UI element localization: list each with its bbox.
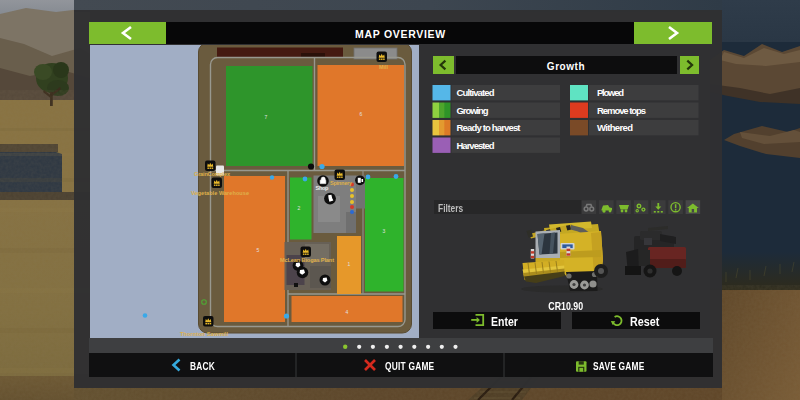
svg-text:Shop: Shop (316, 185, 330, 191)
svg-text:Harvested: Harvested (457, 140, 495, 151)
svg-text:7: 7 (265, 114, 268, 120)
svg-text:Spinnery: Spinnery (330, 180, 353, 186)
svg-text:1: 1 (348, 261, 351, 267)
svg-text:Plowed: Plowed (597, 87, 624, 98)
svg-text:Mill: Mill (379, 64, 388, 70)
svg-text:Vegetable Warehouse: Vegetable Warehouse (191, 190, 249, 196)
svg-text:GrainComplex: GrainComplex (194, 171, 231, 177)
svg-text:Ready to harvest: Ready to harvest (457, 122, 522, 133)
svg-text:McLean Biogas Plant: McLean Biogas Plant (280, 257, 334, 263)
svg-text:4: 4 (346, 309, 349, 315)
svg-text:Growing: Growing (457, 105, 489, 116)
svg-text:5: 5 (257, 247, 260, 253)
svg-text:2: 2 (298, 205, 301, 211)
svg-text:Cultivated: Cultivated (457, 87, 495, 98)
svg-text:Withered: Withered (597, 122, 633, 133)
svg-text:3: 3 (383, 228, 386, 234)
svg-text:Thornton Sawmill: Thornton Sawmill (180, 331, 228, 337)
svg-text:Remove tops: Remove tops (597, 105, 646, 116)
svg-text:6: 6 (360, 111, 363, 117)
